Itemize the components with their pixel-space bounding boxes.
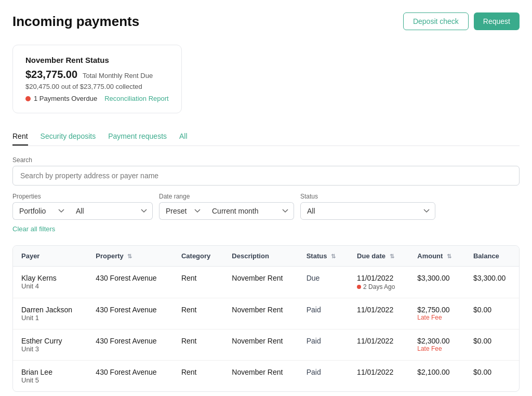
due-date-wrapper-2: 11/01/2022: [357, 337, 401, 345]
cell-amount-0: $3,300.00: [409, 267, 465, 298]
payer-name-3: Brian Lee: [21, 368, 79, 376]
cell-description-3: November Rent: [223, 361, 298, 392]
filter-group-date-range: Date range Preset Current month: [159, 193, 294, 220]
payer-unit-3: Unit 5: [21, 376, 79, 384]
cell-balance-2: $0.00: [465, 329, 519, 361]
table-header: Payer Property ⇅ Category Description St…: [13, 246, 519, 267]
cell-description-2: November Rent: [223, 329, 298, 361]
search-label: Search: [12, 156, 520, 164]
amount-wrapper-1: $2,750.00 Late Fee: [417, 306, 457, 321]
deposit-check-button[interactable]: Deposit check: [403, 12, 469, 30]
col-amount: Amount ⇅: [409, 246, 465, 267]
cell-payer-1: Darren Jackson Unit 1: [13, 298, 87, 329]
cell-payer-3: Brian Lee Unit 5: [13, 361, 87, 392]
status-total-label: Total Monthly Rent Due: [83, 72, 153, 80]
cell-amount-2: $2,300.00 Late Fee: [409, 329, 465, 361]
status-card: November Rent Status $23,775.00 Total Mo…: [12, 45, 182, 113]
overdue-badge-0: 2 Days Ago: [357, 283, 401, 291]
status-value-2: Paid: [307, 337, 321, 345]
tabs-bar: Rent Security deposits Payment requests …: [12, 128, 520, 146]
table-body: Klay Kerns Unit 4 430 Forest Avenue Rent…: [13, 267, 519, 392]
late-fee-2: Late Fee: [417, 345, 457, 352]
col-payer: Payer: [13, 246, 87, 267]
cell-category-0: Rent: [173, 267, 223, 298]
due-date-wrapper-0: 11/01/2022 2 Days Ago: [357, 274, 401, 291]
cell-amount-3: $2,100.00: [409, 361, 465, 392]
amount-value-3: $2,100.00: [417, 368, 457, 376]
cell-property-0: 430 Forest Avenue: [87, 267, 173, 298]
status-sort-icon[interactable]: ⇅: [331, 253, 336, 260]
col-balance: Balance: [465, 246, 519, 267]
payments-table: Payer Property ⇅ Category Description St…: [13, 246, 519, 391]
payments-table-container: Payer Property ⇅ Category Description St…: [12, 245, 520, 392]
filter-group-properties: Properties Portfolio All: [12, 193, 153, 220]
cell-due-date-3: 11/01/2022: [349, 361, 409, 392]
col-property: Property ⇅: [87, 246, 173, 267]
amount-sort-icon[interactable]: ⇅: [447, 253, 451, 260]
portfolio-select[interactable]: Portfolio: [12, 202, 70, 220]
table-row: Darren Jackson Unit 1 430 Forest Avenue …: [13, 298, 519, 329]
current-month-select[interactable]: Current month: [206, 202, 294, 220]
amount-wrapper-3: $2,100.00: [417, 368, 457, 376]
tab-security-deposits[interactable]: Security deposits: [41, 128, 96, 146]
due-date-value-3: 11/01/2022: [357, 368, 401, 376]
cell-balance-1: $0.00: [465, 298, 519, 329]
preset-select[interactable]: Preset: [159, 202, 206, 220]
due-date-sort-icon[interactable]: ⇅: [390, 253, 394, 260]
cell-payer-0: Klay Kerns Unit 4: [13, 267, 87, 298]
cell-balance-0: $3,300.00: [465, 267, 519, 298]
payer-unit-0: Unit 4: [21, 282, 79, 290]
status-card-title: November Rent Status: [25, 56, 169, 64]
cell-status-0: Due: [298, 267, 349, 298]
tab-all[interactable]: All: [179, 128, 188, 146]
date-range-filter-label: Date range: [159, 193, 294, 200]
cell-due-date-1: 11/01/2022: [349, 298, 409, 329]
col-status: Status ⇅: [298, 246, 349, 267]
table-row: Klay Kerns Unit 4 430 Forest Avenue Rent…: [13, 267, 519, 298]
cell-description-1: November Rent: [223, 298, 298, 329]
page-title: Incoming payments: [12, 14, 139, 30]
property-sort-icon[interactable]: ⇅: [127, 253, 132, 260]
filter-group-status: Status All Due Paid: [300, 193, 435, 220]
overdue-dot-icon: [25, 96, 31, 101]
col-due-date: Due date ⇅: [349, 246, 409, 267]
payer-name-2: Esther Curry: [21, 337, 79, 345]
cell-category-1: Rent: [173, 298, 223, 329]
due-date-wrapper-1: 11/01/2022: [357, 306, 401, 314]
cell-property-1: 430 Forest Avenue: [87, 298, 173, 329]
payer-unit-2: Unit 3: [21, 345, 79, 353]
col-description: Description: [223, 246, 298, 267]
properties-all-select[interactable]: All: [70, 202, 153, 220]
cell-amount-1: $2,750.00 Late Fee: [409, 298, 465, 329]
table-row: Brian Lee Unit 5 430 Forest Avenue Rent …: [13, 361, 519, 392]
clear-all-filters-button[interactable]: Clear all filters: [12, 225, 55, 233]
amount-value-0: $3,300.00: [417, 274, 457, 282]
cell-property-2: 430 Forest Avenue: [87, 329, 173, 361]
amount-value-2: $2,300.00: [417, 337, 457, 345]
status-filter-label: Status: [300, 193, 435, 200]
payer-unit-1: Unit 1: [21, 314, 79, 322]
filter-section: Search Properties Portfolio All Date ran…: [12, 156, 520, 233]
tab-payment-requests[interactable]: Payment requests: [108, 128, 167, 146]
header-actions: Deposit check Request: [403, 12, 520, 30]
overdue-count: 1 Payments Overdue: [34, 95, 97, 102]
search-input[interactable]: [12, 166, 520, 186]
due-date-value-0: 11/01/2022: [357, 274, 401, 282]
cell-category-3: Rent: [173, 361, 223, 392]
status-collected: $20,475.00 out of $23,775.00 collected: [25, 83, 169, 90]
cell-balance-3: $0.00: [465, 361, 519, 392]
due-date-value-1: 11/01/2022: [357, 306, 401, 314]
reconciliation-report-link[interactable]: Reconciliation Report: [104, 95, 169, 102]
due-date-value-2: 11/01/2022: [357, 337, 401, 345]
overdue-dot-sm-0: [357, 285, 361, 289]
status-select[interactable]: All Due Paid: [300, 202, 435, 220]
request-button[interactable]: Request: [474, 12, 520, 30]
col-category: Category: [173, 246, 223, 267]
tab-rent[interactable]: Rent: [12, 128, 28, 146]
status-total-amount: $23,775.00: [25, 69, 77, 80]
status-overdue-row: 1 Payments Overdue Reconciliation Report: [25, 95, 169, 102]
date-range-dropdowns: Preset Current month: [159, 202, 294, 220]
due-date-wrapper-3: 11/01/2022: [357, 368, 401, 376]
properties-filter-label: Properties: [12, 193, 153, 200]
status-value-3: Paid: [307, 368, 321, 376]
